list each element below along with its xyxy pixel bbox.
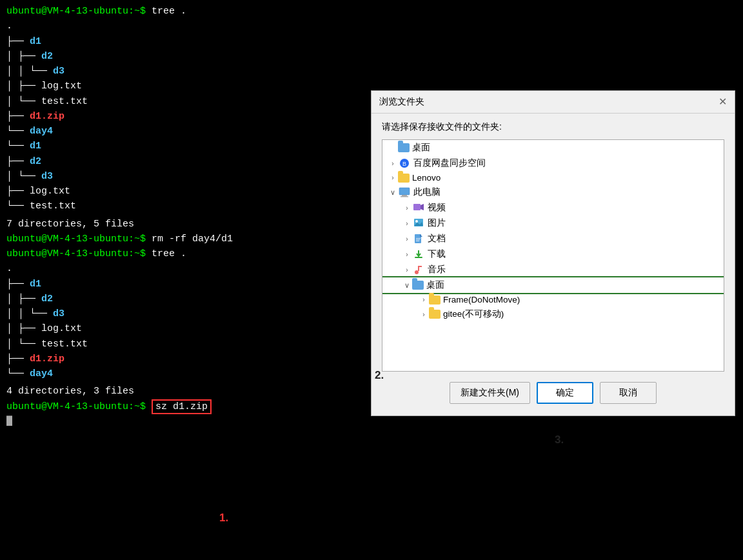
tree-item-doc[interactable]: › 文档 — [382, 231, 724, 246]
tree-label-video: 视频 — [428, 202, 446, 214]
tree-row: ├── d1 — [6, 34, 737, 49]
tree-item-baidu[interactable]: › B 百度网盘同步空间 — [382, 155, 724, 171]
chevron-download: › — [402, 251, 412, 258]
annotation-3: 3. — [555, 434, 564, 446]
tree-label-desktop-selected: 桌面 — [426, 279, 444, 291]
browse-folder-dialog: 浏览文件夹 ✕ 请选择保存接收文件的文件夹: 桌面 › B — [371, 90, 735, 416]
new-folder-button[interactable]: 新建文件夹(M) — [450, 382, 530, 404]
tree-root: . — [6, 19, 737, 34]
tree-label-gitee: gitee(不可移动) — [443, 308, 504, 320]
tree-item-desktop-selected[interactable]: ∨ 桌面 — [382, 277, 724, 293]
annotation-2: 2. — [375, 369, 384, 382]
doc-icon — [414, 234, 423, 244]
chevron-lenovo: › — [388, 174, 398, 181]
dialog-body: 请选择保存接收文件的文件夹: 桌面 › B 百度网盘同步空间 — [372, 114, 735, 415]
folder-icon-lenovo — [398, 174, 410, 183]
tree-item-thispc[interactable]: ∨ 此电脑 — [382, 185, 724, 200]
tree-item-photo[interactable]: › 图片 — [382, 215, 724, 231]
folder-icon-desktop-selected — [412, 281, 424, 290]
svg-rect-13 — [416, 239, 420, 240]
dialog-titlebar: 浏览文件夹 ✕ — [372, 91, 735, 114]
chevron-frame: › — [419, 296, 429, 303]
chevron-doc: › — [402, 235, 412, 243]
filetree-container[interactable]: 桌面 › B 百度网盘同步空间 › Lenovo — [382, 139, 724, 372]
svg-rect-14 — [416, 241, 419, 241]
svg-point-8 — [415, 220, 418, 223]
folder-icon-desktop-top — [398, 143, 410, 152]
annotation-1: 1. — [219, 512, 228, 525]
svg-rect-18 — [418, 266, 422, 267]
tree-item-desktop-top[interactable]: 桌面 — [382, 140, 724, 155]
svg-marker-11 — [420, 234, 422, 237]
dialog-close-button[interactable]: ✕ — [718, 97, 727, 107]
tree-item-lenovo[interactable]: › Lenovo — [382, 171, 724, 185]
svg-rect-3 — [402, 195, 407, 196]
svg-marker-6 — [421, 204, 424, 210]
svg-rect-5 — [413, 204, 421, 210]
sz-command: sz d1.zip — [152, 399, 212, 414]
baidu-icon: B — [399, 158, 410, 168]
tree-item-download[interactable]: › 下载 — [382, 246, 724, 262]
tree-label-thispc: 此电脑 — [413, 186, 441, 198]
tree-row: │ │ └── d3 — [6, 64, 737, 79]
pc-icon — [399, 187, 410, 197]
svg-rect-15 — [415, 257, 422, 258]
svg-rect-12 — [416, 238, 421, 239]
confirm-button[interactable]: 确定 — [537, 382, 593, 404]
download-icon — [413, 249, 424, 259]
tree-label-baidu: 百度网盘同步空间 — [413, 157, 486, 169]
cancel-button[interactable]: 取消 — [600, 382, 657, 404]
tree-label-music: 音乐 — [428, 264, 446, 275]
chevron-video: › — [402, 205, 412, 212]
tree-label-download: 下载 — [428, 248, 446, 260]
tree-item-video[interactable]: › 视频 — [382, 200, 724, 215]
chevron-music: › — [402, 266, 412, 274]
photo-icon — [413, 218, 424, 227]
folder-icon-frame — [429, 295, 441, 305]
chevron-baidu: › — [388, 160, 398, 167]
cursor-line: █ — [6, 414, 737, 429]
chevron-gitee: › — [419, 311, 429, 318]
folder-icon-gitee — [429, 310, 441, 319]
dialog-buttons: 新建文件夹(M) 确定 取消 — [382, 378, 724, 410]
tree-item-gitee[interactable]: › gitee(不可移动) — [382, 306, 724, 322]
svg-text:B: B — [402, 161, 406, 167]
tree-label-lenovo: Lenovo — [412, 173, 441, 183]
tree-item-music[interactable]: › 音乐 — [382, 262, 724, 277]
music-icon — [413, 265, 424, 275]
tree-item-frame[interactable]: › Frame(DoNotMove) — [382, 293, 724, 306]
terminal-line-1: ubuntu@VM-4-13-ubuntu:~$ tree . — [6, 4, 737, 19]
svg-rect-2 — [399, 188, 410, 195]
chevron-desktop-selected: ∨ — [402, 281, 412, 290]
dialog-instruction: 请选择保存接收文件的文件夹: — [382, 121, 724, 133]
svg-rect-4 — [401, 196, 408, 197]
video-icon — [413, 203, 424, 212]
chevron-photo: › — [402, 220, 412, 227]
tree-label-photo: 图片 — [428, 217, 446, 229]
chevron-thispc: ∨ — [388, 188, 398, 197]
tree-label-doc: 文档 — [428, 233, 446, 245]
dialog-title: 浏览文件夹 — [379, 96, 424, 108]
tree-label-desktop-top: 桌面 — [412, 142, 430, 154]
tree-row: │ ├── d2 — [6, 49, 737, 64]
prompt-user: ubuntu@VM-4-13-ubuntu:~$ — [6, 6, 146, 17]
tree-label-frame: Frame(DoNotMove) — [443, 295, 520, 305]
